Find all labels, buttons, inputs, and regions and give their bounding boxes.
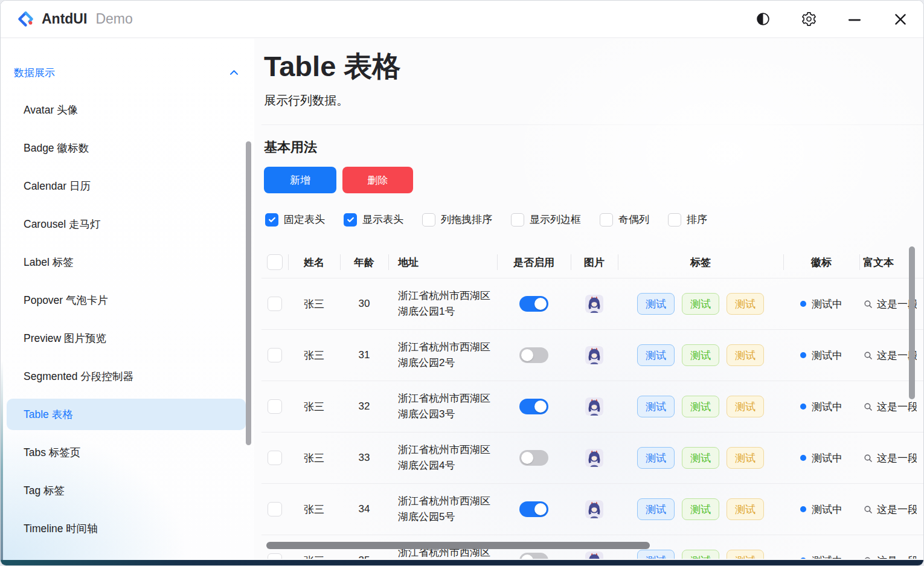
row-checkbox[interactable] bbox=[268, 297, 282, 311]
delete-button[interactable]: 删除 bbox=[342, 167, 413, 193]
tag-green: 测试 bbox=[682, 447, 719, 469]
sidebar-item-label: Timeline 时间轴 bbox=[24, 521, 98, 536]
row-select-cell bbox=[261, 330, 288, 381]
checkbox-checked-icon[interactable] bbox=[265, 213, 278, 227]
option-checkbox[interactable]: 显示表头 bbox=[344, 213, 403, 227]
table-horizontal-scrollbar[interactable] bbox=[266, 542, 650, 549]
checkbox-checked-icon[interactable] bbox=[344, 213, 357, 227]
avatar-image[interactable] bbox=[585, 346, 603, 364]
sidebar-item-label: Label 标签 bbox=[24, 255, 74, 269]
titlebar-actions bbox=[754, 11, 909, 28]
column-header: 年龄 bbox=[340, 246, 388, 278]
row-checkbox[interactable] bbox=[268, 348, 282, 362]
sidebar-item[interactable]: Popover 气泡卡片 bbox=[7, 285, 246, 316]
address-text: 浙江省杭州市西湖区湖底公园2号 bbox=[398, 339, 497, 371]
avatar-image[interactable] bbox=[585, 397, 603, 416]
sidebar-item[interactable]: Calendar 日历 bbox=[7, 170, 246, 202]
toggle-switch-on[interactable] bbox=[519, 501, 548, 517]
sidebar-item[interactable]: Avatar 头像 bbox=[7, 94, 246, 126]
sidebar-item-label: Segmented 分段控制器 bbox=[24, 369, 133, 384]
sidebar-item[interactable]: Label 标签 bbox=[7, 246, 246, 278]
sidebar-item[interactable]: Timeline 时间轴 bbox=[7, 513, 246, 544]
table-body: 张三30浙江省杭州市西湖区湖底公园1号测试测试测试测试中这是一段张三31浙江省杭… bbox=[261, 278, 923, 559]
minimize-icon[interactable] bbox=[846, 11, 863, 28]
tag-green: 测试 bbox=[682, 344, 719, 366]
column-header: 徽标 bbox=[783, 246, 859, 278]
badge-dot bbox=[800, 352, 806, 358]
address-text: 浙江省杭州市西湖区湖底公园3号 bbox=[398, 391, 497, 422]
toggle-switch-off[interactable] bbox=[519, 450, 548, 466]
address-cell: 浙江省杭州市西湖区湖底公园3号 bbox=[388, 381, 497, 432]
option-checkbox[interactable]: 固定表头 bbox=[265, 213, 325, 227]
option-checkbox[interactable]: 列拖拽排序 bbox=[422, 213, 492, 227]
sidebar-group-header[interactable]: 数据展示 bbox=[14, 64, 240, 81]
option-checkbox[interactable]: 排序 bbox=[668, 213, 707, 227]
row-checkbox[interactable] bbox=[268, 502, 282, 516]
checkbox-unchecked-icon[interactable] bbox=[511, 213, 524, 227]
avatar-image[interactable] bbox=[585, 500, 603, 518]
table-row: 张三33浙江省杭州市西湖区湖底公园4号测试测试测试测试中这是一段 bbox=[261, 433, 923, 484]
name-cell: 张三 bbox=[288, 381, 340, 432]
toggle-switch-on[interactable] bbox=[519, 399, 548, 414]
checkbox-label: 列拖拽排序 bbox=[441, 213, 492, 227]
row-select-cell bbox=[261, 278, 288, 329]
sidebar-item[interactable]: Segmented 分段控制器 bbox=[7, 361, 246, 392]
table-row: 张三30浙江省杭州市西湖区湖底公园1号测试测试测试测试中这是一段 bbox=[261, 278, 923, 330]
checkbox-unchecked-icon[interactable] bbox=[668, 213, 681, 227]
page-title: Table 表格 bbox=[264, 51, 923, 82]
column-header: 姓名 bbox=[288, 246, 340, 278]
row-select-cell bbox=[261, 484, 288, 535]
richtext-preview[interactable]: 这是一段 bbox=[863, 503, 917, 516]
tag-group: 测试测试测试 bbox=[637, 344, 764, 366]
theme-toggle-icon[interactable] bbox=[754, 11, 771, 28]
enabled-cell bbox=[497, 433, 571, 483]
tag-blue: 测试 bbox=[637, 550, 675, 559]
badge-text: 测试中 bbox=[812, 554, 842, 559]
richtext-text: 这是一段 bbox=[877, 503, 917, 516]
select-all-checkbox[interactable] bbox=[267, 254, 283, 270]
tag-orange: 测试 bbox=[727, 498, 764, 520]
checkbox-unchecked-icon[interactable] bbox=[600, 213, 613, 227]
add-button[interactable]: 新增 bbox=[264, 167, 336, 193]
enabled-cell bbox=[497, 484, 571, 535]
settings-gear-icon[interactable] bbox=[800, 11, 817, 28]
close-icon[interactable] bbox=[892, 11, 909, 28]
table-row: 张三32浙江省杭州市西湖区湖底公园3号测试测试测试测试中这是一段 bbox=[261, 381, 923, 433]
richtext-preview[interactable]: 这是一段 bbox=[863, 400, 917, 414]
sidebar-item[interactable]: Table 表格 bbox=[7, 399, 246, 430]
avatar-image[interactable] bbox=[585, 449, 603, 467]
chevron-up-icon[interactable] bbox=[228, 67, 240, 79]
option-checkbox[interactable]: 显示列边框 bbox=[511, 213, 581, 227]
app-window: AntdUI Demo bbox=[0, 0, 924, 566]
address-cell: 浙江省杭州市西湖区湖底公园5号 bbox=[388, 484, 497, 535]
status-badge: 测试中 bbox=[800, 451, 842, 465]
toggle-switch-off[interactable] bbox=[519, 553, 548, 559]
address-cell: 浙江省杭州市西湖区湖底公园1号 bbox=[388, 278, 497, 329]
sidebar-item[interactable]: Preview 图片预览 bbox=[7, 323, 246, 354]
badge-dot bbox=[800, 455, 806, 461]
checkbox-label: 奇偶列 bbox=[618, 213, 649, 227]
table-vertical-scrollbar[interactable] bbox=[909, 246, 915, 399]
image-cell bbox=[571, 484, 618, 535]
table-header-row: 姓名年龄地址是否启用图片标签徽标富文本 bbox=[261, 246, 923, 278]
sidebar-item[interactable]: Carousel 走马灯 bbox=[7, 208, 246, 240]
tag-blue: 测试 bbox=[637, 396, 675, 417]
toggle-switch-off[interactable] bbox=[519, 347, 548, 363]
option-checkbox[interactable]: 奇偶列 bbox=[600, 213, 649, 227]
toggle-switch-on[interactable] bbox=[519, 296, 548, 312]
sidebar-item[interactable]: Tabs 标签页 bbox=[7, 437, 246, 468]
row-checkbox[interactable] bbox=[268, 451, 282, 465]
badge-text: 测试中 bbox=[812, 349, 842, 362]
sidebar-scrollbar[interactable] bbox=[246, 141, 251, 445]
richtext-preview[interactable]: 这是一段 bbox=[863, 554, 917, 559]
richtext-preview[interactable]: 这是一段 bbox=[863, 451, 917, 465]
sidebar-item-label: Table 表格 bbox=[24, 407, 73, 422]
sidebar-item[interactable]: Tag 标签 bbox=[7, 475, 246, 506]
avatar-image[interactable] bbox=[585, 552, 603, 559]
avatar-image[interactable] bbox=[585, 295, 603, 313]
row-checkbox[interactable] bbox=[268, 553, 282, 559]
checkbox-unchecked-icon[interactable] bbox=[422, 213, 435, 227]
sidebar-item[interactable]: Badge 徽标数 bbox=[7, 132, 246, 164]
row-checkbox[interactable] bbox=[268, 399, 282, 414]
app-title: AntdUI bbox=[42, 11, 87, 27]
